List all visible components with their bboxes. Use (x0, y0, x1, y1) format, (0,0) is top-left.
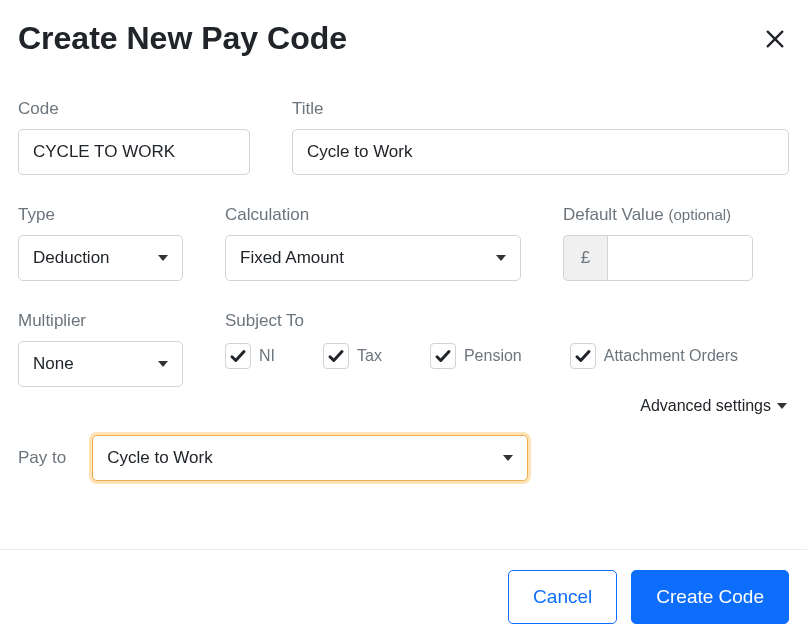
close-icon (764, 28, 786, 50)
code-input[interactable] (18, 129, 250, 175)
checkbox-tax-box[interactable] (323, 343, 349, 369)
check-icon (327, 347, 345, 365)
checkbox-attachment: Attachment Orders (570, 343, 738, 369)
default-value-field: Default Value (optional) £ (563, 205, 753, 281)
pay-to-row: Pay to Cycle to Work (18, 435, 789, 481)
check-icon (434, 347, 452, 365)
code-field: Code (18, 99, 250, 175)
create-pay-code-dialog: Create New Pay Code Code Title Type Dedu… (0, 0, 807, 481)
default-value-label: Default Value (optional) (563, 205, 753, 225)
chevron-down-icon (158, 255, 168, 261)
checkbox-pension-label: Pension (464, 347, 522, 365)
multiplier-field: Multiplier None (18, 311, 183, 387)
default-value-group: £ (563, 235, 753, 281)
subject-to-checkboxes: NI Tax Pension (225, 343, 789, 369)
default-value-input[interactable] (607, 235, 753, 281)
form-row-1: Code Title (18, 99, 789, 175)
check-icon (229, 347, 247, 365)
cancel-button[interactable]: Cancel (508, 570, 617, 624)
calculation-value: Fixed Amount (240, 248, 344, 268)
type-label: Type (18, 205, 183, 225)
calculation-field: Calculation Fixed Amount (225, 205, 521, 281)
pay-to-select[interactable]: Cycle to Work (92, 435, 528, 481)
chevron-down-icon (158, 361, 168, 367)
checkbox-pension-box[interactable] (430, 343, 456, 369)
advanced-settings-toggle[interactable]: Advanced settings (640, 397, 787, 415)
checkbox-pension: Pension (430, 343, 522, 369)
subject-to-label: Subject To (225, 311, 789, 331)
currency-symbol: £ (563, 235, 607, 281)
check-icon (574, 347, 592, 365)
calculation-select[interactable]: Fixed Amount (225, 235, 521, 281)
dialog-footer: Cancel Create Code (0, 549, 807, 644)
advanced-row: Advanced settings (18, 397, 789, 415)
create-code-button[interactable]: Create Code (631, 570, 789, 624)
chevron-down-icon (777, 403, 787, 409)
type-value: Deduction (33, 248, 110, 268)
checkbox-ni: NI (225, 343, 275, 369)
checkbox-attachment-label: Attachment Orders (604, 347, 738, 365)
checkbox-tax-label: Tax (357, 347, 382, 365)
multiplier-label: Multiplier (18, 311, 183, 331)
checkbox-ni-label: NI (259, 347, 275, 365)
type-select[interactable]: Deduction (18, 235, 183, 281)
close-button[interactable] (761, 25, 789, 53)
title-label: Title (292, 99, 789, 119)
checkbox-ni-box[interactable] (225, 343, 251, 369)
checkbox-tax: Tax (323, 343, 382, 369)
type-field: Type Deduction (18, 205, 183, 281)
dialog-header: Create New Pay Code (18, 20, 789, 57)
multiplier-value: None (33, 354, 74, 374)
title-field: Title (292, 99, 789, 175)
title-input[interactable] (292, 129, 789, 175)
pay-to-value: Cycle to Work (107, 448, 213, 468)
code-label: Code (18, 99, 250, 119)
form-row-2: Type Deduction Calculation Fixed Amount … (18, 205, 789, 281)
chevron-down-icon (496, 255, 506, 261)
pay-to-label: Pay to (18, 448, 66, 468)
subject-to-field: Subject To NI Tax (225, 311, 789, 387)
checkbox-attachment-box[interactable] (570, 343, 596, 369)
dialog-title: Create New Pay Code (18, 20, 347, 57)
chevron-down-icon (503, 455, 513, 461)
calculation-label: Calculation (225, 205, 521, 225)
form-row-3: Multiplier None Subject To NI (18, 311, 789, 387)
multiplier-select[interactable]: None (18, 341, 183, 387)
advanced-settings-label: Advanced settings (640, 397, 771, 415)
